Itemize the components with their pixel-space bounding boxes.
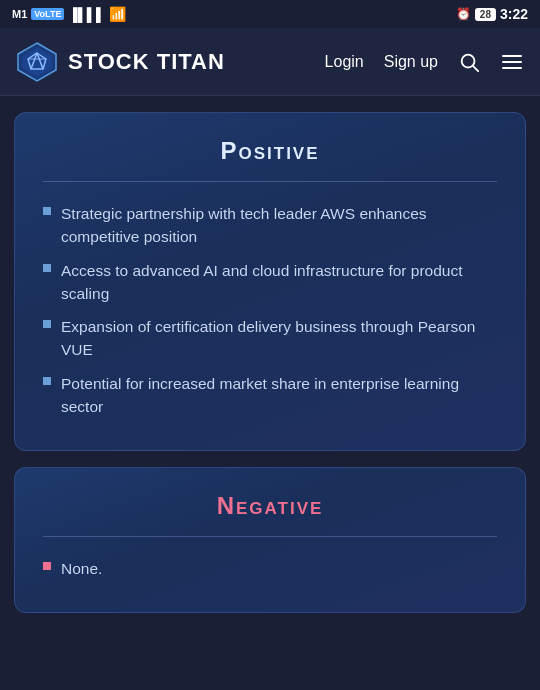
bullet-icon (43, 207, 51, 215)
list-item: Strategic partnership with tech leader A… (43, 202, 497, 249)
logo-area: STOCK TITAN (16, 41, 325, 83)
negative-bullet-list: None. (43, 557, 497, 580)
status-left: M1 VoLTE ▐▌▌▌ 📶 (12, 6, 126, 22)
battery-indicator: 28 (475, 8, 496, 21)
clock: 3:22 (500, 6, 528, 22)
logo-text: STOCK TITAN (68, 49, 225, 75)
list-item: Potential for increased market share in … (43, 372, 497, 419)
positive-divider (43, 181, 497, 182)
alarm-icon: ⏰ (456, 7, 471, 21)
svg-line-7 (473, 66, 478, 71)
negative-title: Negative (43, 492, 497, 520)
signal-icon: ▐▌▌▌ (68, 7, 105, 22)
positive-title: Positive (43, 137, 497, 165)
list-item: Expansion of certification delivery busi… (43, 315, 497, 362)
nav-links: Login Sign up (325, 50, 524, 74)
status-bar: M1 VoLTE ▐▌▌▌ 📶 ⏰ 28 3:22 (0, 0, 540, 28)
list-item: Access to advanced AI and cloud infrastr… (43, 259, 497, 306)
list-item: None. (43, 557, 497, 580)
bullet-text: Access to advanced AI and cloud infrastr… (61, 259, 497, 306)
bullet-icon (43, 320, 51, 328)
logo-icon (16, 41, 58, 83)
wifi-icon: 📶 (109, 6, 126, 22)
signup-link[interactable]: Sign up (384, 53, 438, 71)
carrier-label: M1 (12, 8, 27, 20)
search-icon[interactable] (458, 51, 480, 73)
negative-divider (43, 536, 497, 537)
status-right: ⏰ 28 3:22 (456, 6, 528, 22)
login-link[interactable]: Login (325, 53, 364, 71)
negative-card: Negative None. (14, 467, 526, 613)
bullet-text: Expansion of certification delivery busi… (61, 315, 497, 362)
positive-card: Positive Strategic partnership with tech… (14, 112, 526, 451)
bullet-icon (43, 377, 51, 385)
main-content: Positive Strategic partnership with tech… (0, 96, 540, 629)
bullet-text: Potential for increased market share in … (61, 372, 497, 419)
bullet-icon (43, 562, 51, 570)
bullet-text: None. (61, 557, 102, 580)
menu-icon[interactable] (500, 50, 524, 74)
bullet-text: Strategic partnership with tech leader A… (61, 202, 497, 249)
navbar: STOCK TITAN Login Sign up (0, 28, 540, 96)
bullet-icon (43, 264, 51, 272)
positive-bullet-list: Strategic partnership with tech leader A… (43, 202, 497, 418)
network-type: VoLTE (31, 8, 64, 20)
